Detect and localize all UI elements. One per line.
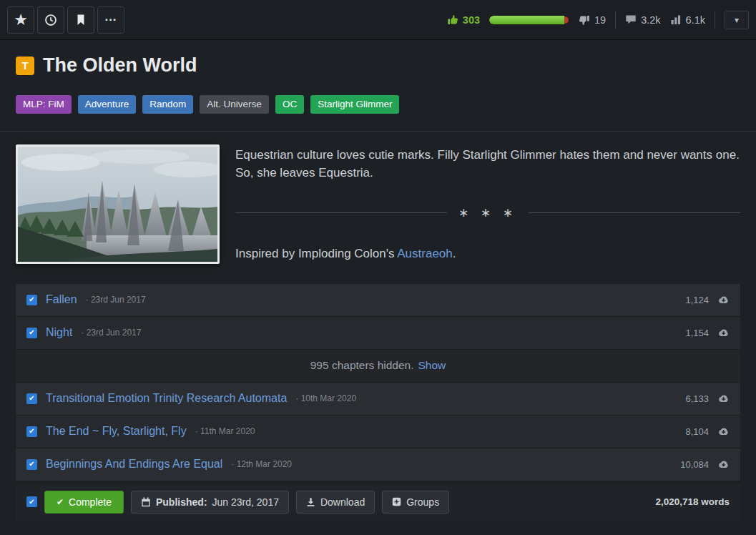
chapter-word-count: 10,084 xyxy=(680,459,709,470)
chapter-link[interactable]: The End ~ Fly, Starlight, Fly xyxy=(46,425,187,438)
star-icon: ★ xyxy=(14,12,28,28)
page-title: The Olden World xyxy=(43,54,197,77)
bookmark-icon xyxy=(75,14,87,26)
total-word-count: 2,020,718 words xyxy=(655,496,730,507)
chapter-row: ✔ Beginnings And Endings Are Equal · 12t… xyxy=(16,448,740,481)
published-date-button[interactable]: Published: Jun 23rd, 2017 xyxy=(131,491,289,514)
cloud-download-icon[interactable] xyxy=(715,459,730,469)
cloud-download-icon[interactable] xyxy=(715,328,730,338)
chapter-word-count: 1,124 xyxy=(685,295,709,305)
calendar-icon xyxy=(141,497,151,507)
views-stat: 6.1k xyxy=(670,14,705,26)
chapter-word-count: 1,154 xyxy=(685,328,709,338)
chapter-link[interactable]: Fallen xyxy=(46,293,77,306)
show-chapters-link[interactable]: Show xyxy=(418,359,446,372)
bar-chart-icon xyxy=(670,14,682,25)
cloud-download-icon[interactable] xyxy=(715,295,730,305)
chapter-read-checkbox[interactable]: ✔ xyxy=(26,426,37,437)
dislike-button[interactable]: 19 xyxy=(579,14,606,26)
toolbar-stats: 303 19 xyxy=(447,11,749,29)
tag-oc[interactable]: OC xyxy=(275,95,304,114)
hidden-chapters-text: 995 chapters hidden. xyxy=(310,359,414,372)
inspired-prefix: Inspired by Imploding Colon's xyxy=(235,247,397,260)
check-icon: ✔ xyxy=(29,329,34,336)
toolbar-separator xyxy=(715,11,715,29)
check-icon: ✔ xyxy=(29,395,34,402)
published-date: Jun 23rd, 2017 xyxy=(212,496,279,508)
story-footer: ✔ ✔ Complete Published: Jun 23rd, 2017 xyxy=(16,484,740,521)
rating-bar xyxy=(489,16,569,24)
check-icon: ✔ xyxy=(29,499,34,506)
cloud-download-icon[interactable] xyxy=(715,393,730,403)
inspired-suffix: . xyxy=(453,247,456,260)
tag-alt-universe[interactable]: Alt. Universe xyxy=(200,95,269,114)
check-icon: ✔ xyxy=(29,461,34,468)
tag-random[interactable]: Random xyxy=(142,95,193,114)
separator-line xyxy=(529,212,740,213)
title-row: T The Olden World xyxy=(16,54,740,77)
hidden-chapters-row: 995 chapters hidden. Show xyxy=(16,350,740,383)
chapter-date: · 12th Mar 2020 xyxy=(231,459,292,469)
chapter-read-checkbox[interactable]: ✔ xyxy=(26,328,37,338)
story-description: Equestrian culture loves cutie marks. Fi… xyxy=(235,144,740,264)
download-icon xyxy=(306,497,315,507)
more-options-button[interactable]: ... xyxy=(97,6,124,34)
austraeoh-link[interactable]: Austraeoh xyxy=(397,247,453,260)
chapter-date: · 11th Mar 2020 xyxy=(195,426,255,436)
tag-starlight-glimmer[interactable]: Starlight Glimmer xyxy=(310,95,399,114)
comment-icon xyxy=(625,14,637,25)
tag-mlp-fim[interactable]: MLP: FiM xyxy=(16,95,72,114)
check-icon: ✔ xyxy=(29,428,34,435)
description-separator: ∗ ∗ ∗ xyxy=(235,204,740,222)
chapter-word-count: 6,133 xyxy=(685,393,709,404)
chapter-date: · 10th Mar 2020 xyxy=(295,393,356,403)
tag-adventure[interactable]: Adventure xyxy=(78,95,137,114)
toolbar-left-buttons: ★ ... xyxy=(7,6,124,34)
more-stats-dropdown[interactable]: ▾ xyxy=(725,11,749,29)
like-button[interactable]: 303 xyxy=(447,14,480,26)
check-icon: ✔ xyxy=(29,296,34,303)
groups-button[interactable]: Groups xyxy=(382,491,449,514)
cover-image[interactable] xyxy=(16,144,220,264)
comments-stat[interactable]: 3.2k xyxy=(625,14,660,26)
rating-bar-fill xyxy=(489,16,564,24)
comments-count: 3.2k xyxy=(641,14,660,26)
chapter-word-count: 8,104 xyxy=(685,426,709,437)
chapter-link[interactable]: Transitional Emotion Trinity Research Au… xyxy=(46,392,287,405)
select-all-checkbox[interactable]: ✔ xyxy=(26,496,37,507)
complete-status-button[interactable]: ✔ Complete xyxy=(44,491,124,514)
chapter-date: · 23rd Jun 2017 xyxy=(81,328,141,338)
groups-label: Groups xyxy=(406,496,439,508)
favorite-button[interactable]: ★ xyxy=(7,6,34,34)
chapter-read-checkbox[interactable]: ✔ xyxy=(26,295,37,305)
thumb-up-icon xyxy=(447,14,458,26)
add-to-group-icon xyxy=(392,497,401,506)
story-page: ★ ... xyxy=(0,0,756,535)
complete-label: Complete xyxy=(69,496,112,508)
chapter-read-checkbox[interactable]: ✔ xyxy=(26,459,37,470)
chapter-date: · 23rd Jun 2017 xyxy=(86,295,146,305)
like-count: 303 xyxy=(463,14,480,26)
cover-art-mountains xyxy=(18,147,217,262)
clock-icon xyxy=(44,14,57,26)
chapter-link[interactable]: Night xyxy=(46,326,72,339)
chapter-row: ✔ The End ~ Fly, Starlight, Fly · 11th M… xyxy=(16,416,740,448)
tags-row: MLP: FiM Adventure Random Alt. Universe … xyxy=(16,95,740,114)
asterism-stars: ∗ ∗ ∗ xyxy=(458,204,517,222)
toolbar-separator xyxy=(615,11,616,29)
more-icon: ... xyxy=(104,10,117,24)
chapter-read-checkbox[interactable]: ✔ xyxy=(26,393,37,404)
download-button[interactable]: Download xyxy=(296,491,375,514)
bookshelf-button[interactable] xyxy=(67,6,94,34)
chapter-row: ✔ Night · 23rd Jun 2017 1,154 xyxy=(16,317,740,350)
check-icon: ✔ xyxy=(57,497,64,507)
chapter-link[interactable]: Beginnings And Endings Are Equal xyxy=(46,458,222,471)
read-later-button[interactable] xyxy=(37,6,64,34)
thumb-down-icon xyxy=(579,14,590,26)
cloud-download-icon[interactable] xyxy=(715,426,730,436)
description-paragraph: Equestrian culture loves cutie marks. Fi… xyxy=(235,146,740,182)
content-rating-badge[interactable]: T xyxy=(16,57,34,75)
description-section: Equestrian culture loves cutie marks. Fi… xyxy=(16,132,740,284)
chapter-list: ✔ Fallen · 23rd Jun 2017 1,124 ✔ Night xyxy=(16,284,740,481)
views-count: 6.1k xyxy=(686,14,705,26)
